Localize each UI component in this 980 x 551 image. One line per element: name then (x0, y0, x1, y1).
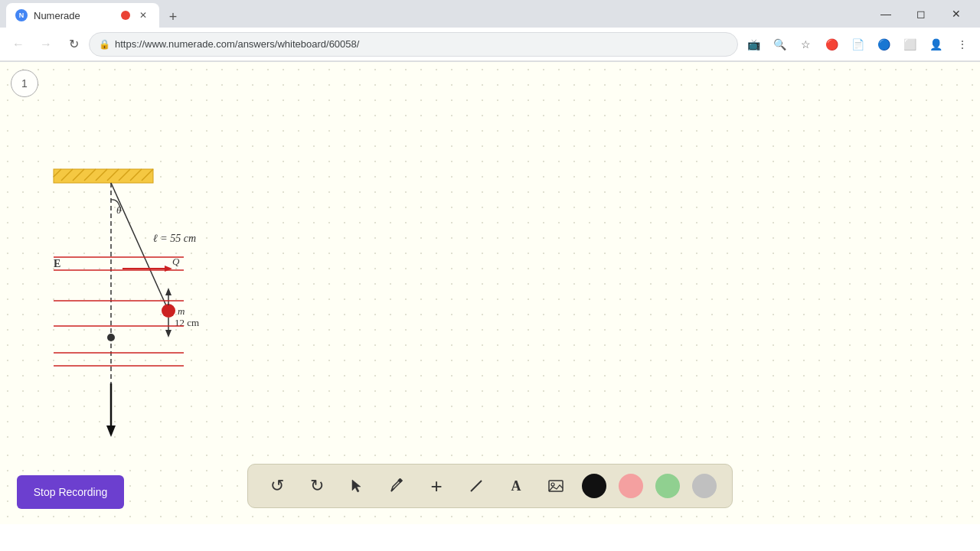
Q-label: Q (172, 256, 180, 267)
undo-button[interactable]: ↺ (263, 472, 291, 500)
stop-recording-button[interactable]: Stop Recording (17, 475, 124, 509)
diagram-svg: ℓ = 55 cm θ E Q m 12 cm (54, 169, 283, 448)
nav-bar: ← → ↻ 🔒 https://www.numerade.com/answers… (0, 28, 980, 61)
back-button[interactable]: ← (6, 32, 31, 57)
add-tool-button[interactable]: + (423, 472, 450, 500)
theta-label: θ (116, 204, 122, 216)
tab-bar: N Numerade ✕ + — ◻ ✕ (6, 0, 974, 28)
gravity-arrowhead (106, 425, 116, 437)
page-number: 1 (11, 70, 38, 97)
svg-rect-11 (397, 478, 402, 483)
m-label: m (178, 305, 185, 317)
pendulum-string (111, 183, 168, 311)
cast-button[interactable]: 📺 (741, 32, 766, 57)
profile-button[interactable]: 👤 (923, 32, 948, 57)
physics-diagram: ℓ = 55 cm θ E Q m 12 cm (54, 169, 283, 448)
select-tool-button[interactable] (343, 472, 371, 500)
redo-button[interactable]: ↻ (303, 472, 331, 500)
reload-button[interactable]: ↻ (61, 32, 86, 57)
charge-bob (162, 304, 175, 318)
toolbar: ↺ ↻ + A (247, 464, 733, 508)
pen-tool-button[interactable] (383, 472, 410, 500)
bottom-area: Stop Recording ↺ ↻ + A (0, 448, 980, 524)
extension1-button[interactable]: 🔴 (819, 32, 844, 57)
minimize-button[interactable]: — (868, 2, 903, 25)
search-button[interactable]: 🔍 (767, 32, 792, 57)
text-tool-button[interactable]: A (502, 472, 530, 500)
E-label: E (54, 258, 60, 269)
url-text: https://www.numerade.com/answers/whitebo… (115, 38, 728, 50)
color-green[interactable] (655, 474, 680, 498)
image-icon (547, 478, 564, 494)
eraser-icon (469, 478, 484, 494)
ceiling-beam (54, 169, 153, 183)
browser-chrome: N Numerade ✕ + — ◻ ✕ ← → ↻ 🔒 https://www… (0, 0, 980, 62)
whiteboard-canvas[interactable]: 1 ℓ = 55 cm (0, 62, 980, 448)
svg-marker-9 (352, 480, 361, 492)
tab-favicon: N (15, 9, 28, 21)
color-black[interactable] (582, 474, 606, 498)
browser-extensions: 📺 🔍 ☆ 🔴 📄 🔵 ⬜ 👤 ⋮ (741, 32, 974, 57)
color-gray[interactable] (692, 474, 717, 498)
extension3-button[interactable]: 🔵 (871, 32, 896, 57)
address-bar[interactable]: 🔒 https://www.numerade.com/answers/white… (89, 32, 738, 57)
tab-close-button[interactable]: ✕ (136, 8, 150, 22)
svg-line-12 (471, 481, 482, 491)
title-bar: N Numerade ✕ + — ◻ ✕ (0, 0, 980, 28)
eraser-tool-button[interactable] (462, 472, 490, 500)
pen-icon (389, 478, 404, 494)
recording-indicator (121, 11, 130, 20)
svg-point-14 (551, 483, 554, 486)
forward-button[interactable]: → (34, 32, 58, 57)
close-window-button[interactable]: ✕ (939, 2, 974, 25)
pivot-point (107, 334, 115, 341)
cursor-icon (349, 478, 364, 494)
color-pink[interactable] (619, 474, 643, 498)
bookmark-button[interactable]: ☆ (793, 32, 818, 57)
menu-button[interactable]: ⋮ (949, 32, 974, 57)
active-tab[interactable]: N Numerade ✕ (6, 3, 159, 28)
lock-icon: 🔒 (99, 39, 110, 50)
maximize-button[interactable]: ◻ (903, 2, 939, 25)
distance-arrowhead-down (165, 330, 172, 337)
extension2-button[interactable]: 📄 (845, 32, 870, 57)
length-label: ℓ = 55 cm (153, 233, 196, 244)
new-tab-button[interactable]: + (162, 6, 184, 28)
extension4-button[interactable]: ⬜ (897, 32, 922, 57)
tab-label: Numerade (34, 10, 115, 21)
distance-arrowhead-up (165, 288, 172, 295)
force-arrowhead (165, 266, 172, 272)
image-tool-button[interactable] (542, 472, 570, 500)
